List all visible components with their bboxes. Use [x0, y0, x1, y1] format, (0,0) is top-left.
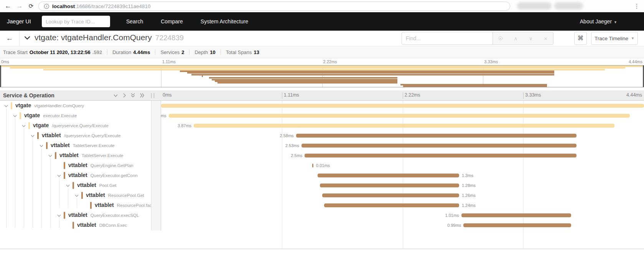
- span-toggle-chevron-icon[interactable]: [13, 114, 17, 118]
- operation-name: QueryExecutor.execSQL: [91, 213, 139, 218]
- operation-name: vtgateHandler.ComQuery: [34, 103, 84, 108]
- span-row[interactable]: vtgateexecutor.Executems: [0, 111, 644, 121]
- nav-item-compare[interactable]: Compare: [161, 18, 183, 25]
- span-row[interactable]: vttabletTabletServer.Execute2.5ms: [0, 151, 644, 161]
- collapse-one-icon[interactable]: [113, 93, 118, 98]
- blurred-profile-area: [554, 2, 583, 10]
- span-duration-bar[interactable]: [461, 213, 571, 217]
- collapse-trace-chevron-icon[interactable]: [23, 33, 31, 43]
- span-duration-label: 2.5ms: [291, 153, 302, 158]
- operation-name: /queryservice.Query/Execute: [52, 123, 109, 128]
- span-duration-label: 0.99ms: [447, 223, 461, 228]
- service-name: vttabletDBConn.Exec: [77, 222, 127, 228]
- span-toggle-chevron-icon[interactable]: [57, 213, 61, 218]
- service-color-chip: [46, 142, 48, 149]
- span-duration-bar[interactable]: [318, 174, 459, 177]
- span-name-cell[interactable]: vttabletQueryExecutor.execSQL: [0, 210, 151, 220]
- span-row[interactable]: vtgatevtgateHandler.ComQuery: [0, 101, 644, 111]
- minimap-left-handle[interactable]: [0, 66, 1, 87]
- span-duration-bar[interactable]: [161, 104, 644, 108]
- back-button[interactable]: ←: [0, 31, 20, 46]
- span-name-cell[interactable]: vttablet/queryservice.Query/Execute: [0, 131, 151, 141]
- expand-all-icon[interactable]: [140, 93, 145, 98]
- nav-item-system-architecture[interactable]: System Architecture: [201, 18, 249, 25]
- span-name-cell[interactable]: vttabletDBConn.Exec: [0, 220, 151, 230]
- span-duration-bar[interactable]: [320, 184, 459, 187]
- span-name-cell[interactable]: vtgate/queryservice.Query/Execute: [0, 121, 151, 131]
- span-row[interactable]: vttabletQueryExecutor.execSQL1.01ms: [0, 210, 644, 220]
- span-row[interactable]: vtgate/queryservice.Query/Execute3.87ms: [0, 121, 644, 131]
- summary-divider: [155, 49, 155, 55]
- span-name-cell[interactable]: vtgatevtgateHandler.ComQuery: [0, 101, 151, 111]
- span-name-cell[interactable]: vttabletQueryEngine.GetPlan: [0, 161, 151, 170]
- span-duration-bar[interactable]: [296, 134, 577, 138]
- span-name-cell[interactable]: vttabletPool.Get: [0, 180, 151, 190]
- span-toggle-chevron-icon[interactable]: [57, 174, 61, 178]
- span-name-cell[interactable]: vttabletResourcePool.Get: [0, 190, 151, 200]
- summary-item: Duration4.44ms: [112, 49, 150, 55]
- span-toggle-chevron-icon[interactable]: [66, 184, 70, 188]
- span-duration-bar[interactable]: [322, 193, 459, 197]
- service-color-chip: [72, 222, 74, 229]
- span-duration-bar[interactable]: [194, 124, 614, 128]
- ruler-tick: 4.44ms: [629, 59, 644, 64]
- span-name-cell[interactable]: vtgateexecutor.Execute: [0, 111, 151, 121]
- span-toggle-chevron-icon[interactable]: [48, 154, 53, 158]
- span-name-cell[interactable]: vttabletTabletServer.Execute: [0, 141, 151, 151]
- span-row[interactable]: vttabletQueryExecutor.getConn1.3ms: [0, 170, 644, 180]
- collapse-all-icon[interactable]: [130, 93, 135, 98]
- span-toggle-chevron-icon[interactable]: [4, 104, 8, 108]
- next-match-icon[interactable]: ∨: [529, 36, 533, 41]
- span-duration-label: 0.01ms: [316, 163, 330, 168]
- about-jaeger-menu[interactable]: About Jaeger▼: [580, 18, 617, 25]
- span-row[interactable]: vttabletPool.Get1.28ms: [0, 180, 644, 190]
- rows-bottom-divider: [0, 249, 644, 249]
- find-input[interactable]: [402, 32, 493, 45]
- span-name-cell[interactable]: vttabletTabletServer.Execute: [0, 151, 151, 161]
- browser-menu-icon[interactable]: ⋮: [632, 2, 641, 11]
- span-row[interactable]: vttabletTabletServer.Execute2.53ms: [0, 141, 644, 151]
- prev-match-icon[interactable]: ∧: [514, 36, 518, 41]
- trace-id-lookup-input[interactable]: [42, 16, 110, 27]
- keyboard-shortcuts-button[interactable]: ⌘: [574, 32, 587, 45]
- browser-reload-button[interactable]: ⟳: [26, 1, 36, 11]
- trace-minimap[interactable]: [0, 65, 644, 87]
- span-toggle-chevron-icon[interactable]: [30, 134, 35, 138]
- nav-item-search[interactable]: Search: [126, 18, 143, 25]
- span-row[interactable]: vttablet/queryservice.Query/Execute2.58m…: [0, 131, 644, 141]
- minimap-span-row: [0, 85, 644, 87]
- span-duration-bar[interactable]: [169, 114, 630, 118]
- browser-address-bar[interactable]: i localhost:16686/trace/7224839c11ae4810: [38, 2, 510, 11]
- span-bar-cell: 1.3ms: [161, 170, 644, 180]
- browser-forward-button[interactable]: →: [15, 1, 25, 11]
- span-duration-bar[interactable]: [301, 144, 576, 148]
- span-name-cell[interactable]: vttabletResourcePool.factory: [0, 200, 151, 210]
- operation-name: ResourcePool.factory: [117, 203, 151, 208]
- jaeger-navbar: Jaeger UI Search Compare System Architec…: [0, 12, 644, 31]
- span-row[interactable]: vttabletResourcePool.factory1.24ms: [0, 200, 644, 210]
- trace-view-selector[interactable]: Trace Timeline▼: [591, 32, 638, 45]
- span-duration-label: 1.26ms: [462, 193, 476, 198]
- span-duration-bar[interactable]: [312, 164, 313, 167]
- jaeger-logo[interactable]: Jaeger UI: [7, 18, 31, 25]
- ruler-tick: 1.11ms: [282, 92, 299, 99]
- span-row[interactable]: vttabletResourcePool.Get1.26ms: [0, 190, 644, 200]
- summary-item: Total Spans13: [226, 49, 259, 55]
- span-duration-bar[interactable]: [324, 203, 459, 207]
- span-toggle-chevron-icon[interactable]: [39, 144, 44, 148]
- browser-back-button[interactable]: ←: [3, 1, 13, 11]
- span-toggle-chevron-icon[interactable]: [74, 193, 79, 198]
- page-info-icon[interactable]: i: [44, 4, 49, 9]
- expand-one-icon[interactable]: [122, 93, 126, 98]
- span-duration-bar[interactable]: [463, 223, 571, 227]
- clear-find-icon[interactable]: ×: [544, 35, 547, 42]
- operation-name: DBConn.Exec: [99, 223, 127, 228]
- span-row[interactable]: vttabletDBConn.Exec0.99ms: [0, 220, 644, 230]
- span-name-cell[interactable]: vttabletQueryExecutor.getConn: [0, 170, 151, 180]
- column-resizer-handle[interactable]: [151, 93, 154, 98]
- minimap-ruler: 0ms1.11ms2.22ms3.33ms4.44ms: [0, 58, 644, 65]
- span-toggle-chevron-icon[interactable]: [21, 124, 26, 128]
- span-row[interactable]: vttabletQueryEngine.GetPlan0.01ms: [0, 161, 644, 170]
- span-duration-bar[interactable]: [305, 154, 576, 157]
- focus-match-icon[interactable]: [499, 36, 502, 40]
